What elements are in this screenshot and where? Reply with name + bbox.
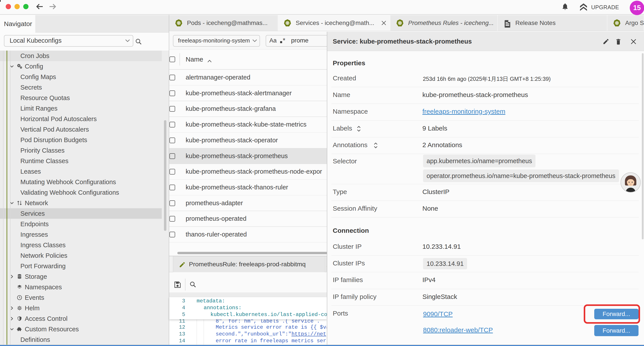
svg-text:*: * <box>283 38 286 44</box>
